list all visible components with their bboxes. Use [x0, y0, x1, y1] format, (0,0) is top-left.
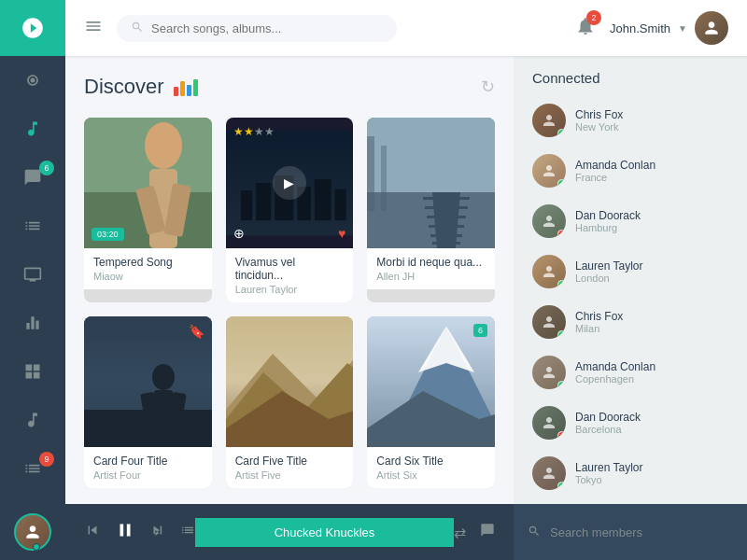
member-avatar-7 — [532, 456, 566, 490]
sidebar-item-list[interactable] — [0, 202, 65, 250]
sidebar-item-messages[interactable]: 6 — [0, 153, 65, 202]
next-button[interactable] — [149, 522, 166, 542]
svg-rect-9 — [241, 190, 252, 220]
svg-marker-21 — [432, 192, 460, 248]
svg-point-3 — [145, 122, 182, 169]
svg-rect-10 — [256, 183, 271, 220]
prev-button[interactable] — [84, 522, 101, 542]
member-item-1[interactable]: Amanda Conlan France — [514, 146, 747, 196]
sidebar-item-note[interactable] — [0, 396, 65, 444]
card4-bookmark-button[interactable]: 🔖 — [189, 324, 204, 339]
member-info-0: Chris Fox New York — [575, 108, 728, 133]
member-name-3: Lauren Taylor — [575, 259, 728, 273]
svg-rect-25 — [429, 225, 464, 228]
member-location-4: Milan — [575, 323, 728, 334]
sidebar-item-music[interactable] — [0, 105, 65, 153]
status-dot-6 — [557, 431, 566, 440]
member-info-4: Chris Fox Milan — [575, 310, 728, 334]
member-name-0: Chris Fox — [575, 108, 728, 121]
member-name-6: Dan Doorack — [575, 411, 728, 424]
member-avatar-1 — [532, 154, 566, 188]
member-location-0: New York — [575, 121, 728, 133]
card2-play-button[interactable]: ▶ — [273, 166, 306, 200]
member-avatar-2 — [532, 204, 566, 238]
user-chevron-icon: ▼ — [678, 23, 687, 34]
playlist-button[interactable] — [180, 523, 195, 541]
sidebar-logo[interactable] — [0, 0, 65, 56]
card-morbi[interactable]: Morbi id neque qua... Allen JH — [367, 118, 495, 302]
menu-icon[interactable] — [84, 17, 103, 40]
member-item-5[interactable]: Amanda Conlan Copenhagen — [514, 347, 747, 398]
member-location-7: Tokyo — [575, 474, 728, 485]
status-dot-2 — [557, 230, 566, 238]
card5-artist: Artist Five — [235, 469, 345, 481]
sidebar-item-equalizer[interactable] — [0, 299, 65, 347]
header-search-input[interactable] — [151, 21, 383, 35]
user-display-name: John.Smith — [610, 21, 670, 35]
member-info-3: Lauren Taylor London — [575, 259, 728, 284]
svg-point-0 — [31, 78, 35, 83]
notifications-button[interactable]: 2 — [575, 16, 596, 41]
status-dot-4 — [557, 330, 566, 339]
notification-count: 2 — [586, 10, 601, 25]
refresh-icon[interactable]: ↻ — [481, 77, 495, 97]
chat-button[interactable] — [480, 523, 495, 541]
search-members-input[interactable] — [550, 525, 733, 539]
sidebar-item-radio[interactable] — [0, 56, 65, 105]
discover-title-area: Discover — [84, 75, 198, 99]
svg-rect-22 — [423, 197, 470, 200]
header-search-icon — [131, 21, 144, 36]
member-location-3: London — [575, 273, 728, 284]
status-dot-7 — [557, 482, 566, 490]
member-item-2[interactable]: Dan Doorack Hamburg — [514, 196, 747, 246]
card3-title: Morbi id neque qua... — [376, 256, 486, 269]
shuffle-button[interactable]: ⇄ — [454, 524, 466, 541]
cards-grid: 03:20 Tempered Song Miaow — [84, 118, 495, 488]
svg-rect-35 — [161, 417, 170, 436]
card1-duration: 03:20 — [92, 228, 124, 241]
svg-rect-17 — [367, 136, 374, 211]
user-avatar — [695, 11, 728, 45]
sidebar-item-display[interactable] — [0, 250, 65, 299]
card-tempered-song[interactable]: 03:20 Tempered Song Miaow — [84, 118, 212, 302]
card-five[interactable]: Card Five Title Artist Five — [226, 316, 354, 488]
member-location-6: Barcelona — [575, 424, 728, 435]
player-right-controls: ⇄ — [454, 523, 495, 541]
card2-add-button[interactable]: ⊕ — [233, 226, 245, 241]
svg-rect-29 — [84, 410, 212, 447]
member-item-0[interactable]: Chris Fox New York — [514, 95, 747, 146]
card6-title: Card Six Title — [376, 455, 486, 468]
member-item-7[interactable]: Lauren Taylor Tokyo — [514, 448, 747, 498]
card1-title: Tempered Song — [93, 256, 203, 269]
sidebar: 6 9 — [0, 0, 65, 560]
svg-rect-31 — [154, 390, 173, 418]
card6-count: 6 — [473, 324, 487, 337]
connected-header: Connected — [514, 56, 747, 95]
card2-heart-button[interactable]: ♥ — [338, 226, 345, 241]
sidebar-item-grid[interactable] — [0, 347, 65, 396]
track-name: Chucked Knuckles — [195, 518, 454, 547]
header-right: 2 John.Smith ▼ — [575, 11, 728, 45]
card4-title: Card Four Title — [93, 455, 203, 468]
svg-rect-26 — [430, 234, 462, 237]
member-item-4[interactable]: Chris Fox Milan — [514, 297, 747, 347]
member-item-3[interactable]: Lauren Taylor London — [514, 246, 747, 297]
pause-button[interactable] — [115, 520, 135, 545]
card-four[interactable]: 🔖 Card Four Title Artist Four — [84, 316, 212, 488]
members-list: Chris Fox New York Amanda Conlan France … — [514, 95, 747, 498]
member-name-1: Amanda Conlan — [575, 159, 728, 172]
member-info-5: Amanda Conlan Copenhagen — [575, 360, 728, 385]
bottom-search — [514, 504, 747, 560]
svg-point-30 — [152, 364, 175, 390]
user-info[interactable]: John.Smith ▼ — [610, 11, 728, 45]
card4-artist: Artist Four — [93, 469, 203, 481]
member-info-6: Dan Doorack Barcelona — [575, 411, 728, 435]
search-bar — [117, 15, 397, 42]
messages-badge: 6 — [39, 161, 54, 175]
member-location-5: Copenhagen — [575, 373, 728, 385]
card-six[interactable]: 6 Card Six Title Artist Six — [367, 316, 495, 488]
card2-artist: Lauren Taylor — [235, 284, 345, 295]
sidebar-item-playlist[interactable]: 9 — [0, 444, 65, 493]
member-item-6[interactable]: Dan Doorack Barcelona — [514, 398, 747, 448]
card-vivamus[interactable]: ★★★★ ▶ ⊕ ♥ Vivamus vel tincidun... Laure… — [226, 118, 354, 302]
